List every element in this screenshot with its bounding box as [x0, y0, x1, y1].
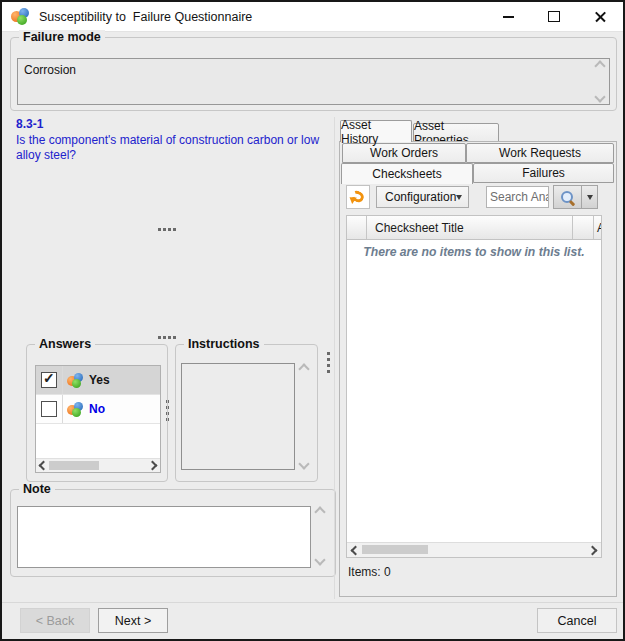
column-header-clipped[interactable]: A [594, 216, 601, 239]
scroll-down-icon[interactable] [594, 91, 605, 102]
answer-label: No [87, 402, 105, 416]
asset-panel: Asset History Asset Properties Work Orde… [339, 120, 617, 597]
note-label: Note [19, 482, 55, 496]
back-button: < Back [20, 608, 90, 633]
horizontal-splitter-grip[interactable] [158, 336, 176, 339]
instructions-group: Instructions [175, 344, 318, 482]
answers-horizontal-scrollbar[interactable] [36, 458, 160, 472]
search-button[interactable] [554, 186, 582, 208]
list-horizontal-scrollbar[interactable] [347, 542, 601, 557]
question-text: Is the component's material of construct… [16, 133, 342, 163]
scroll-up-icon[interactable] [314, 506, 325, 517]
note-group: Note [10, 489, 336, 577]
note-scrollbar[interactable] [313, 508, 326, 564]
question-number: 8.3-1 [16, 117, 43, 131]
chevron-down-icon [587, 195, 593, 200]
column-header-blank[interactable] [573, 216, 594, 239]
search-input[interactable] [486, 186, 549, 208]
column-header-blank[interactable] [347, 216, 367, 239]
checkbox-cell [36, 395, 63, 423]
tab-checksheets[interactable]: Checksheets [341, 163, 473, 184]
configuration-dropdown[interactable]: Configuration [376, 186, 469, 208]
failure-mode-scrollbar[interactable] [594, 62, 606, 101]
checksheet-list: Checksheet Title A There are no items to… [346, 215, 602, 558]
scroll-down-icon[interactable] [298, 458, 309, 469]
failure-mode-value: Corrosion [24, 63, 76, 77]
instructions-scrollbar[interactable] [297, 365, 310, 468]
maximize-icon [548, 11, 560, 22]
scrollbar-thumb[interactable] [49, 461, 99, 470]
scroll-up-icon[interactable] [594, 60, 605, 71]
vertical-splitter-grip[interactable] [327, 352, 330, 373]
tab-work-orders[interactable]: Work Orders [342, 143, 466, 163]
answer-row-yes[interactable]: Yes [36, 366, 160, 395]
refresh-icon [351, 191, 366, 204]
configuration-label: Configuration [385, 190, 456, 204]
chevron-down-icon [456, 195, 462, 200]
failure-mode-group: Failure mode Corrosion [10, 37, 617, 111]
search-split-button [553, 185, 598, 209]
close-button[interactable] [577, 2, 623, 31]
checkbox-cell [36, 366, 63, 394]
instructions-textarea[interactable] [181, 363, 295, 470]
scrollbar-thumb[interactable] [362, 545, 428, 554]
scroll-left-icon[interactable] [39, 461, 49, 471]
answers-listbox: Yes No [35, 365, 161, 473]
minimize-button[interactable] [485, 2, 531, 31]
note-textarea[interactable] [17, 506, 311, 568]
cancel-button[interactable]: Cancel [537, 608, 617, 633]
scroll-right-icon[interactable] [148, 461, 158, 471]
minimize-icon [503, 16, 514, 18]
answer-row-no[interactable]: No [36, 395, 160, 424]
window-title: Susceptibility to Failure Questionnaire [39, 10, 252, 24]
tab-failures[interactable]: Failures [473, 163, 614, 183]
failure-mode-textarea[interactable]: Corrosion [17, 58, 610, 105]
failure-mode-label: Failure mode [19, 30, 105, 44]
maximize-button[interactable] [531, 2, 577, 31]
instructions-label: Instructions [184, 337, 264, 351]
close-icon [594, 10, 607, 23]
scroll-down-icon[interactable] [314, 554, 325, 565]
footer-divider [2, 602, 623, 603]
app-icon [11, 8, 31, 25]
answer-checkbox[interactable] [41, 401, 57, 417]
title-bar: Susceptibility to Failure Questionnaire [2, 2, 623, 32]
scroll-right-icon[interactable] [588, 546, 598, 556]
empty-list-message: There are no items to show in this list. [347, 245, 601, 259]
answer-option-icon [67, 373, 84, 388]
search-options-button[interactable] [582, 186, 597, 208]
answer-option-icon [67, 402, 84, 417]
horizontal-splitter-grip[interactable] [158, 228, 176, 231]
magnifier-icon [560, 190, 575, 205]
dialog-window: Susceptibility to Failure Questionnaire … [0, 0, 625, 641]
answers-label: Answers [35, 337, 95, 351]
next-button[interactable]: Next > [98, 608, 168, 633]
panel-splitter-edge [334, 117, 335, 599]
answer-checkbox[interactable] [41, 372, 57, 388]
tab-asset-properties[interactable]: Asset Properties [413, 123, 499, 142]
refresh-button[interactable] [346, 185, 370, 209]
answer-label: Yes [87, 373, 110, 387]
tab-asset-history[interactable]: Asset History [340, 120, 412, 142]
window-controls [485, 2, 623, 31]
column-header-checksheet-title[interactable]: Checksheet Title [367, 216, 573, 239]
answers-group: Answers Yes No [26, 344, 168, 482]
scroll-left-icon[interactable] [351, 546, 361, 556]
tab-work-requests[interactable]: Work Requests [466, 143, 614, 163]
list-header: Checksheet Title A [347, 216, 601, 240]
scroll-up-icon[interactable] [298, 363, 309, 374]
items-count: Items: 0 [348, 565, 391, 579]
